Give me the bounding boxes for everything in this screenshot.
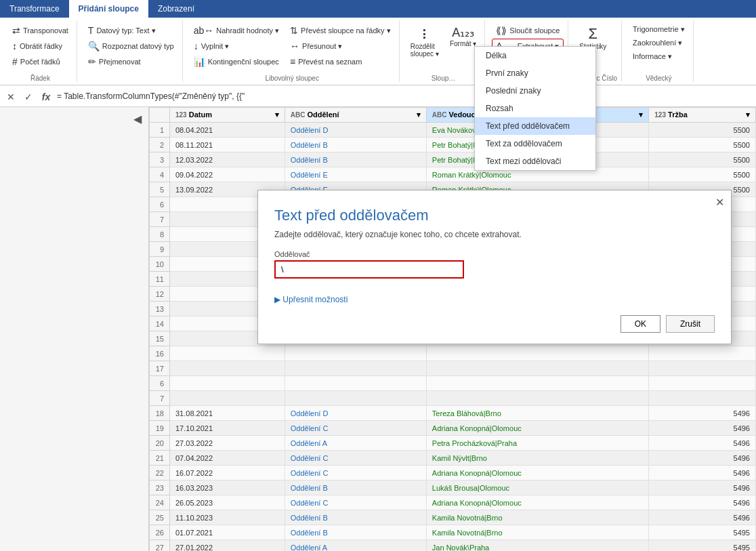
dialog-ok-btn[interactable]: OK bbox=[621, 315, 660, 333]
group-label-libovolny: Libovolný sloupec bbox=[190, 72, 395, 82]
dialog-cancel-btn[interactable]: Zrušit bbox=[666, 315, 715, 333]
menu-prvni[interactable]: První znaky bbox=[475, 64, 595, 82]
menu-delka[interactable]: Délka bbox=[475, 47, 595, 64]
formula-cancel-btn[interactable]: ✕ bbox=[4, 89, 18, 103]
btn-obratit[interactable]: ↕ Obrátit řádky bbox=[8, 39, 72, 54]
formula-bar: ✕ ✓ fx bbox=[0, 85, 756, 107]
tab-zobrazeni[interactable]: Zobrazení bbox=[148, 0, 204, 18]
btn-kontingencni[interactable]: 📊 Kontingenční sloupec bbox=[190, 54, 283, 69]
table-row: 2426.05.2023Oddělení CAdriana Konopná|Ol… bbox=[150, 495, 756, 510]
table-row: 2316.03.2023Oddělení BLukáš Brousa|Olomo… bbox=[150, 481, 756, 495]
group-label-sloup: Sloup… bbox=[406, 72, 481, 82]
menu-za[interactable]: Text za oddělovačem bbox=[475, 135, 595, 152]
table-row: 6 bbox=[150, 376, 756, 391]
col-header-datum[interactable]: 123 Datum ▾ bbox=[170, 108, 285, 123]
btn-prevest-radky[interactable]: ⇅ Převést sloupce na řádky ▾ bbox=[286, 23, 395, 38]
btn-vyplnit[interactable]: ↓ Vyplnit ▾ bbox=[190, 39, 283, 54]
table-row: 312.03.2022Oddělení BPetr Bohatý|Praha55… bbox=[150, 152, 756, 167]
dialog-text-pred: ✕ Text před oddělovačem Zadejte oddělova… bbox=[257, 190, 732, 344]
vyplnit-icon: ↓ bbox=[194, 41, 198, 52]
kontingencni-icon: 📊 bbox=[194, 56, 205, 67]
ribbon-group-libovolny: ab↔ Nahradit hodnoty ▾ ↓ Vyplnit ▾ 📊 Kon… bbox=[186, 20, 400, 82]
rozpoznat-icon: 🔍 bbox=[88, 41, 100, 52]
table-row: 2216.07.2022Oddělení CAdriana Konopná|Ol… bbox=[150, 466, 756, 481]
btn-trigonometrie[interactable]: Trigonometrie ▾ bbox=[629, 23, 689, 36]
sloucit-icon: ⟪⟫ bbox=[496, 25, 507, 36]
menu-posledni[interactable]: Poslední znaky bbox=[475, 82, 595, 100]
btn-zaokrouhleni[interactable]: Zaokrouhlení ▾ bbox=[629, 37, 689, 49]
ribbon-group-typ: T Datový typ: Text ▾ 🔍 Rozpoznat datový … bbox=[80, 20, 183, 82]
ribbon-group-vedecky: Trigonometrie ▾ Zaokrouhlení ▾ Informace… bbox=[625, 20, 694, 82]
btn-datovy-typ[interactable]: T Datový typ: Text ▾ bbox=[84, 23, 178, 38]
typ-icon: T bbox=[88, 25, 94, 36]
table-row: 1917.10.2021Oddělení CAdriana Konopná|Ol… bbox=[150, 421, 756, 436]
table-row: 2107.04.2022Oddělení CKamil Nývlt|Brno54… bbox=[150, 451, 756, 466]
ribbon-content: ⇄ Transponovat ↕ Obrátit řádky # Počet ř… bbox=[0, 18, 756, 85]
table-row: 2601.07.2021Oddělení BKamila Novotná|Brn… bbox=[150, 525, 756, 540]
sidebar: ◀ bbox=[0, 107, 149, 551]
prejmenovat-icon: ✏ bbox=[88, 56, 96, 67]
btn-prejmenovat[interactable]: ✏ Přejmenovat bbox=[84, 54, 178, 69]
table-row: 7 bbox=[150, 391, 756, 406]
table-row: 2727.01.2022Oddělení AJan Novák\Praha549… bbox=[150, 540, 756, 552]
tab-transformace[interactable]: Transformace bbox=[0, 0, 69, 18]
menu-pred[interactable]: Text před oddělovačem bbox=[475, 117, 595, 135]
format-icon: A₁₂₃ bbox=[452, 26, 474, 39]
pocet-icon: # bbox=[12, 56, 18, 67]
ribbon-tabs: Transformace Přidání sloupce Zobrazení bbox=[0, 0, 756, 18]
tab-pridani[interactable]: Přidání sloupce bbox=[69, 0, 148, 18]
prevest-seznam-icon: ≡ bbox=[290, 56, 295, 67]
group-label-typ bbox=[84, 72, 178, 82]
refine-options-link[interactable]: ▶ Upřesnit možnosti bbox=[258, 289, 731, 310]
table-row-empty: 16 bbox=[150, 346, 756, 361]
group-label-radek: Řádek bbox=[8, 72, 72, 82]
btn-rozpoznat[interactable]: 🔍 Rozpoznat datový typ bbox=[84, 39, 178, 54]
menu-rozsah[interactable]: Rozsah bbox=[475, 100, 595, 117]
col-header-trzba[interactable]: 123 Tržba ▾ bbox=[649, 108, 756, 123]
delimiter-label: Oddělovač bbox=[274, 250, 715, 258]
transponovat-icon: ⇄ bbox=[12, 25, 20, 36]
prevest-radky-icon: ⇅ bbox=[290, 25, 298, 36]
sidebar-collapse-btn[interactable]: ◀ bbox=[132, 111, 143, 127]
table-row: 2027.03.2022Oddělení APetra Procházková|… bbox=[150, 436, 756, 451]
delimiter-input[interactable] bbox=[274, 260, 464, 279]
btn-nahradit[interactable]: ab↔ Nahradit hodnoty ▾ bbox=[190, 23, 283, 38]
formula-fx-btn[interactable]: fx bbox=[39, 89, 53, 103]
statistiky-icon: Σ bbox=[589, 26, 598, 41]
btn-pocet[interactable]: # Počet řádků bbox=[8, 54, 72, 69]
dialog-close-btn[interactable]: ✕ bbox=[715, 196, 724, 209]
btn-sloucit[interactable]: ⟪⟫ Sloučit sloupce bbox=[492, 23, 564, 38]
btn-presunout[interactable]: ↔ Přesunout ▾ bbox=[286, 39, 395, 54]
extract-dropdown: Délka První znaky Poslední znaky Rozsah … bbox=[474, 46, 596, 171]
formula-input[interactable] bbox=[57, 91, 752, 101]
table-row: 108.04.2021Oddělení DEva Nováková\Pra…55… bbox=[150, 123, 756, 138]
col-header-oddeleni[interactable]: ABC Oddělení ▾ bbox=[285, 108, 426, 123]
col-header-rownum bbox=[150, 108, 170, 123]
ribbon-group-radek: ⇄ Transponovat ↕ Obrátit řádky # Počet ř… bbox=[4, 20, 77, 82]
dialog-body: Oddělovač bbox=[258, 250, 731, 289]
dialog-title: Text před oddělovačem bbox=[258, 190, 731, 230]
menu-mezi[interactable]: Text mezi oddělovači bbox=[475, 152, 595, 170]
btn-transponovat[interactable]: ⇄ Transponovat bbox=[8, 23, 72, 38]
btn-informace[interactable]: Informace ▾ bbox=[629, 50, 689, 63]
app-container: Transformace Přidání sloupce Zobrazení ⇄… bbox=[0, 0, 756, 551]
btn-rozdelit[interactable]: ⫶ Rozdělitsloupec ▾ bbox=[406, 23, 443, 61]
table-row: 2511.10.2023Oddělení BKamila Novotná|Brn… bbox=[150, 510, 756, 525]
group-label-vedecky: Vědecký bbox=[629, 72, 689, 82]
nahradit-icon: ab↔ bbox=[194, 25, 214, 36]
table-row: 409.04.2022Oddělení ERoman Krátký|Olomou… bbox=[150, 167, 756, 182]
presunout-icon: ↔ bbox=[290, 41, 299, 52]
table-row-empty: 17 bbox=[150, 361, 756, 376]
ribbon-group-format: ⫶ Rozdělitsloupec ▾ A₁₂₃ Formát ▾ Sloup… bbox=[402, 20, 486, 82]
formula-confirm-btn[interactable]: ✓ bbox=[22, 89, 35, 103]
rozdelit-icon: ⫶ bbox=[421, 26, 428, 41]
dialog-footer: OK Zrušit bbox=[258, 310, 731, 344]
obratit-icon: ↕ bbox=[12, 41, 17, 52]
dialog-description: Zadejte oddělovač, který označuje konec … bbox=[258, 230, 731, 250]
table-row: 1831.08.2021Oddělení DTereza Bláhová|Brn… bbox=[150, 406, 756, 421]
btn-prevest-seznam[interactable]: ≡ Převést na seznam bbox=[286, 54, 395, 69]
table-row: 208.11.2021Oddělení BPetr Bohatý|Prah…55… bbox=[150, 138, 756, 152]
